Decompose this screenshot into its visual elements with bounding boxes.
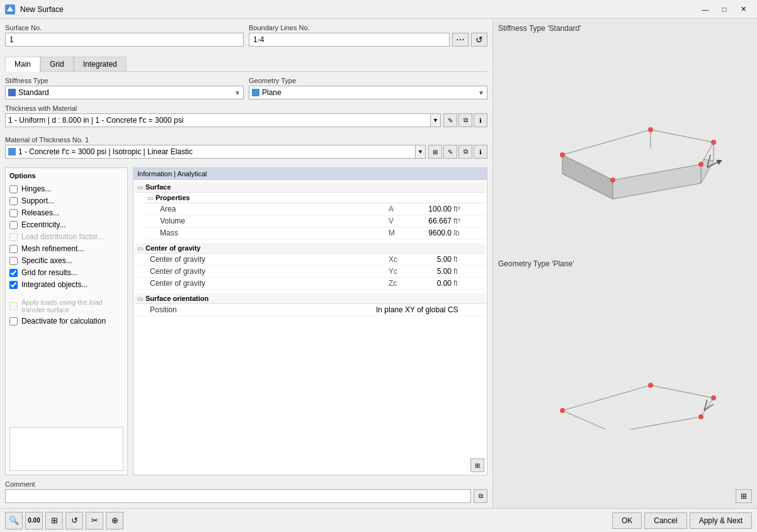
row-area-label: Area: [160, 205, 389, 213]
thickness-icon3[interactable]: ℹ: [474, 113, 487, 127]
comment-section: Comment ⧉: [5, 480, 487, 503]
row-yc-unit: ft: [452, 267, 470, 276]
table-row: Volume V 66.667 ft³: [145, 215, 486, 227]
boundary-reset-btn[interactable]: ↺: [471, 33, 487, 47]
releases-checkbox-item[interactable]: Releases...: [9, 208, 123, 217]
toolbar-btn-value[interactable]: 0.00: [25, 512, 43, 529]
specific-axes-checkbox-item[interactable]: Specific axes...: [9, 256, 123, 265]
surface-no-label: Surface No.: [5, 24, 244, 31]
integrated-checkbox[interactable]: [9, 281, 18, 289]
svg-marker-0: [7, 6, 13, 11]
svg-point-9: [711, 140, 716, 145]
cancel-button[interactable]: Cancel: [644, 512, 686, 529]
support-checkbox-item[interactable]: Support...: [9, 196, 123, 205]
row-zc-key: Zc: [389, 279, 407, 288]
row-area-key: A: [389, 205, 407, 213]
close-button[interactable]: ✕: [734, 3, 752, 16]
boundary-no-input[interactable]: [249, 33, 450, 47]
collapse-orientation[interactable]: ▭: [137, 295, 143, 302]
integrated-checkbox-item[interactable]: Integrated objects...: [9, 280, 123, 289]
stiffness-select[interactable]: Standard ▼: [5, 86, 244, 99]
svg-marker-14: [562, 385, 714, 429]
hinges-checkbox-item[interactable]: Hinges...: [9, 184, 123, 193]
minimize-button[interactable]: —: [697, 3, 714, 16]
row-area-val: 100.00: [407, 205, 452, 213]
svg-point-19: [698, 414, 703, 419]
comment-copy-btn[interactable]: ⧉: [474, 489, 487, 503]
grid-results-checkbox-item[interactable]: Grid for results...: [9, 268, 123, 277]
toolbar-btn-add[interactable]: ⊕: [106, 512, 123, 529]
stiffness-label: Stiffness Type: [5, 77, 244, 84]
maximize-button[interactable]: □: [715, 3, 733, 16]
svg-point-18: [711, 395, 716, 400]
table-row: Area A 100.00 ft²: [145, 203, 486, 215]
ok-button[interactable]: OK: [612, 512, 642, 529]
toolbar-btn-cut[interactable]: ✂: [86, 512, 103, 529]
toolbar-btn-search[interactable]: 🔍: [5, 512, 23, 529]
releases-checkbox[interactable]: [9, 209, 18, 217]
app-icon: [5, 4, 15, 14]
collapse-properties[interactable]: ▭: [147, 195, 153, 201]
section-surface: ▭ Surface ▭ Properties Area A: [135, 181, 486, 240]
row-yc-label: Center of gravity: [150, 267, 389, 276]
info-grid-btn[interactable]: ⊞: [470, 458, 484, 472]
section-surface-label: Surface: [145, 183, 171, 191]
mesh-checkbox[interactable]: [9, 245, 18, 253]
svg-point-17: [648, 383, 653, 388]
row-mass-val: 9600.0: [407, 229, 452, 237]
comment-input[interactable]: [5, 489, 471, 503]
geometry-select[interactable]: Plane ▼: [249, 86, 487, 99]
section-properties-label: Properties: [156, 194, 190, 201]
svg-point-7: [560, 152, 565, 157]
material-icon2[interactable]: ✎: [443, 145, 457, 159]
material-select[interactable]: 1 - Concrete f'c = 3000 psi | Isotropic …: [5, 145, 426, 159]
hinges-checkbox[interactable]: [9, 185, 18, 193]
collapse-surface[interactable]: ▭: [137, 184, 143, 191]
row-pos-val: In plane XY of global CS: [376, 305, 470, 314]
grid-results-checkbox[interactable]: [9, 269, 18, 277]
collapse-gravity[interactable]: ▭: [137, 245, 143, 252]
comment-label: Comment: [5, 480, 487, 488]
material-icon3[interactable]: ⧉: [458, 145, 472, 159]
support-checkbox[interactable]: [9, 197, 18, 205]
apply-next-button[interactable]: Apply & Next: [690, 512, 752, 529]
tab-main[interactable]: Main: [5, 57, 40, 72]
row-xc-unit: ft: [452, 255, 470, 264]
material-icon1[interactable]: ⊞: [428, 145, 442, 159]
geometry-value: Plane: [262, 88, 478, 97]
geometry-arrow: ▼: [478, 89, 484, 96]
bottom-toolbar: 🔍 0.00 ⊞ ↺ ✂ ⊕ OK Cancel Apply & Next: [0, 508, 757, 532]
geometry-label: Geometry Type: [249, 77, 487, 84]
material-label: Material of Thickness No. 1: [5, 136, 487, 144]
info-panel: Information | Analytical ▭ Surface ▭ Pro…: [133, 167, 487, 475]
table-row: Center of gravity Yc 5.00 ft: [135, 266, 486, 278]
material-icon4[interactable]: ℹ: [474, 145, 487, 159]
apply-loads-checkbox: [9, 302, 18, 310]
svg-point-16: [560, 408, 565, 413]
specific-axes-checkbox[interactable]: [9, 257, 18, 265]
row-yc-val: 5.00: [407, 267, 452, 276]
row-xc-label: Center of gravity: [150, 255, 389, 264]
eccentricity-checkbox-item[interactable]: Eccentricity...: [9, 220, 123, 229]
toolbar-btn-grid[interactable]: ⊞: [45, 512, 63, 529]
mesh-checkbox-item[interactable]: Mesh refinement...: [9, 244, 123, 253]
thickness-icon2[interactable]: ⧉: [458, 113, 472, 127]
tab-integrated[interactable]: Integrated: [74, 57, 127, 71]
thickness-icon1[interactable]: ✎: [443, 113, 457, 127]
load-dist-checkbox-item: Load distribution factor...: [9, 232, 123, 241]
boundary-select-btn[interactable]: ⋯: [452, 33, 469, 47]
stiffness-value: Standard: [18, 88, 234, 97]
tab-bar: Main Grid Integrated: [5, 57, 487, 72]
deactivate-checkbox[interactable]: [9, 317, 18, 325]
row-mass-unit: lb: [452, 229, 470, 237]
svg-point-11: [610, 178, 615, 183]
toolbar-btn-undo[interactable]: ↺: [65, 512, 83, 529]
table-row: Mass M 9600.0 lb: [145, 227, 486, 239]
deactivate-checkbox-item[interactable]: Deactivate for calculation: [9, 317, 123, 325]
eccentricity-checkbox[interactable]: [9, 221, 18, 229]
row-vol-unit: ft³: [452, 217, 470, 225]
surface-no-input[interactable]: [5, 33, 244, 47]
thickness-select[interactable]: 1 - Uniform | d : 8.000 in | 1 - Concret…: [5, 113, 441, 127]
tab-grid[interactable]: Grid: [40, 57, 74, 71]
right-panel-nav-btn[interactable]: ⊞: [736, 489, 752, 503]
